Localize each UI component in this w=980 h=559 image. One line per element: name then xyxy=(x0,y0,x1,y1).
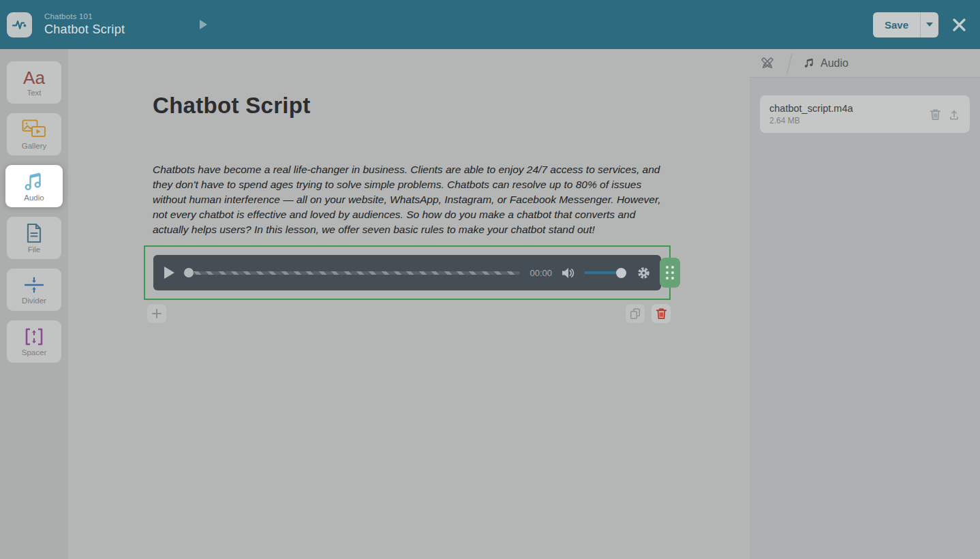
file-icon xyxy=(25,223,43,243)
sidebar-item-file[interactable]: File xyxy=(7,217,61,259)
close-button[interactable] xyxy=(952,18,966,32)
sidebar-item-audio[interactable]: Audio xyxy=(5,165,63,207)
lesson-title[interactable]: Chatbot Script xyxy=(44,22,125,37)
app-window: Chatbots 101 Chatbot Script Save Aa T xyxy=(0,0,980,559)
current-time: 00:00 xyxy=(530,268,552,278)
course-label: Chatbots 101 xyxy=(44,12,125,20)
sidebar-item-divider[interactable]: Divider xyxy=(7,269,61,311)
save-button[interactable]: Save xyxy=(873,12,920,37)
top-bar: Chatbots 101 Chatbot Script Save xyxy=(0,0,980,49)
upload-file-button[interactable] xyxy=(948,108,960,121)
volume-fill xyxy=(584,271,621,274)
file-actions xyxy=(930,108,960,121)
breadcrumb: Audio xyxy=(803,57,848,70)
chevron-down-icon xyxy=(926,22,933,27)
trash-icon xyxy=(656,307,667,320)
file-meta: chatbot_script.m4a 2.64 MB xyxy=(769,103,853,125)
file-size: 2.64 MB xyxy=(769,116,853,125)
audio-file-card: chatbot_script.m4a 2.64 MB xyxy=(760,95,970,133)
block-settings-panel: Audio chatbot_script.m4a 2.64 MB xyxy=(750,49,980,559)
copy-icon xyxy=(629,307,641,320)
app-logo[interactable] xyxy=(7,12,32,37)
speaker-icon xyxy=(562,267,575,279)
lesson-canvas: Chatbot Script Chatbots have become a re… xyxy=(68,49,750,559)
sidebar-item-spacer[interactable]: Spacer xyxy=(7,320,61,363)
sidebar-item-label: Audio xyxy=(24,194,44,202)
delete-block-button[interactable] xyxy=(652,304,671,323)
sidebar-item-label: Text xyxy=(27,89,41,97)
breadcrumb-separator xyxy=(786,53,792,73)
music-note-icon xyxy=(803,57,815,69)
play-button[interactable] xyxy=(164,267,174,279)
selected-audio-block[interactable]: 00:00 xyxy=(144,245,671,300)
sidebar-item-gallery[interactable]: Gallery xyxy=(7,113,61,155)
mute-button[interactable] xyxy=(562,267,575,279)
divider-icon xyxy=(23,275,45,294)
block-type-sidebar: Aa Text Gallery xyxy=(0,49,68,559)
file-name: chatbot_script.m4a xyxy=(769,103,853,114)
gear-icon xyxy=(637,267,650,280)
audio-icon xyxy=(23,171,45,192)
panel-title: Audio xyxy=(821,57,848,70)
spacer-icon xyxy=(23,327,45,346)
seek-thumb[interactable] xyxy=(184,268,194,277)
expand-arrow-button[interactable] xyxy=(200,20,207,29)
play-triangle-icon xyxy=(200,20,207,29)
remove-file-button[interactable] xyxy=(930,108,941,121)
save-options-button[interactable] xyxy=(920,12,938,37)
block-controls-row xyxy=(147,304,671,323)
sidebar-item-label: Spacer xyxy=(22,348,46,357)
panel-header: Audio xyxy=(750,49,980,78)
lesson-paragraph[interactable]: Chatbots have become a real life-changer… xyxy=(153,162,664,237)
seek-track xyxy=(184,271,520,275)
header-titles: Chatbots 101 Chatbot Script xyxy=(44,12,125,37)
duplicate-block-button[interactable] xyxy=(626,304,645,323)
gallery-icon xyxy=(22,119,46,140)
body-row: Aa Text Gallery xyxy=(0,49,980,559)
plus-icon xyxy=(151,308,162,319)
block-actions xyxy=(626,304,671,323)
crossed-tools-icon xyxy=(759,55,776,72)
audio-player: 00:00 xyxy=(153,255,661,290)
seek-bar[interactable] xyxy=(184,268,520,277)
pulse-icon xyxy=(12,17,27,33)
player-settings-button[interactable] xyxy=(637,267,650,280)
text-icon: Aa xyxy=(23,69,45,87)
sidebar-item-label: File xyxy=(28,245,41,254)
volume-slider[interactable] xyxy=(584,268,628,278)
design-tools-button[interactable] xyxy=(759,55,776,72)
sidebar-item-label: Divider xyxy=(22,297,46,305)
sidebar-item-text[interactable]: Aa Text xyxy=(7,61,61,104)
trash-icon xyxy=(930,108,941,121)
sidebar-item-label: Gallery xyxy=(22,142,46,150)
play-icon xyxy=(164,267,174,279)
save-split-button: Save xyxy=(873,12,938,37)
add-block-button[interactable] xyxy=(147,304,166,323)
close-icon xyxy=(952,18,966,32)
block-drag-handle[interactable] xyxy=(660,258,680,288)
upload-icon xyxy=(948,108,960,121)
volume-thumb[interactable] xyxy=(616,268,626,278)
page-title[interactable]: Chatbot Script xyxy=(153,93,750,119)
